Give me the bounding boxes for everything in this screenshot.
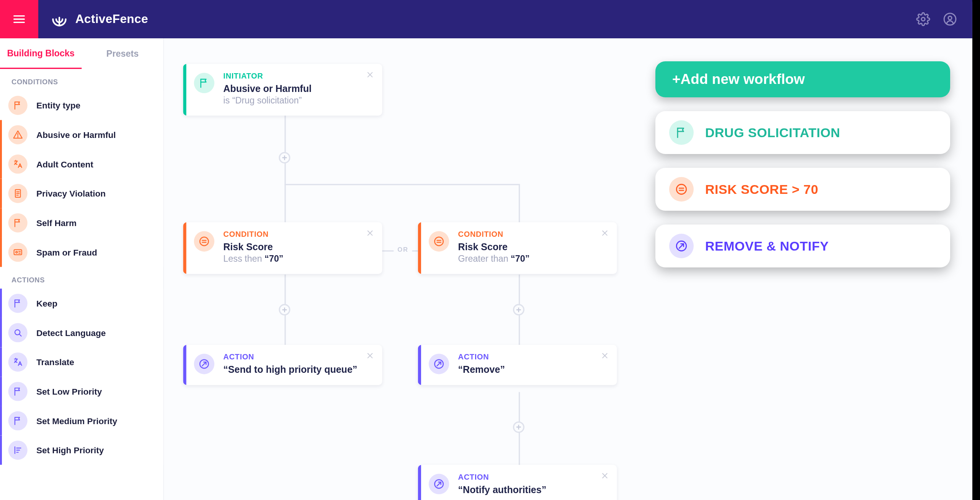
- close-node-button[interactable]: [600, 229, 613, 241]
- id-icon: [8, 243, 28, 262]
- search-icon: [8, 323, 28, 342]
- block-label: Keep: [36, 298, 57, 308]
- node-kind: ACTION: [458, 352, 611, 361]
- settings-button[interactable]: [910, 6, 937, 33]
- node-action-remove[interactable]: ACTION “Remove”: [418, 345, 617, 385]
- svg-point-4: [921, 17, 925, 21]
- block-label: Abusive or Harmful: [36, 130, 116, 139]
- or-label: OR: [394, 246, 412, 253]
- add-node-button[interactable]: +: [513, 304, 524, 315]
- translate-icon: [8, 154, 28, 174]
- svg-point-30: [434, 237, 443, 246]
- node-desc: is “Drug solicitation”: [223, 95, 376, 105]
- block-label: Entity type: [36, 100, 80, 110]
- summary-card-drug-solicitation[interactable]: DRUG SOLICITATION: [655, 111, 950, 154]
- group-label-actions: ACTIONS: [0, 267, 163, 289]
- node-desc: Less then “70”: [223, 254, 376, 264]
- block-label: Self Harm: [36, 218, 77, 228]
- summary-card-remove-notify[interactable]: REMOVE & NOTIFY: [655, 225, 950, 267]
- node-action-high-priority-queue[interactable]: ACTION “Send to high priority queue”: [183, 345, 382, 385]
- menu-button[interactable]: [0, 0, 38, 38]
- flag-icon: [194, 73, 214, 93]
- block-label: Set Low Priority: [36, 387, 102, 396]
- add-node-button[interactable]: +: [279, 152, 290, 164]
- close-node-button[interactable]: [366, 229, 378, 241]
- warning-icon: [8, 125, 28, 144]
- close-node-button[interactable]: [366, 70, 378, 83]
- node-text: “Send to high priority queue”: [223, 364, 376, 375]
- flag-icon: [8, 213, 28, 233]
- block-set-medium-priority[interactable]: Set Medium Priority: [0, 406, 163, 436]
- block-detect-language[interactable]: Detect Language: [0, 318, 163, 348]
- priority-icon: [8, 441, 28, 460]
- summary-panel: +Add new workflow DRUG SOLICITATION RISK…: [655, 61, 950, 267]
- brand-logo-icon: [50, 10, 69, 29]
- block-entity-type[interactable]: Entity type: [0, 91, 163, 120]
- svg-point-14: [16, 251, 17, 253]
- svg-line-40: [437, 362, 441, 366]
- node-kind: ACTION: [458, 472, 611, 481]
- menu-icon: [11, 11, 27, 27]
- node-text: “Notify authorities”: [458, 484, 611, 495]
- svg-point-47: [676, 184, 686, 194]
- node-title: Risk Score: [458, 241, 611, 252]
- equals-icon: [194, 231, 214, 251]
- block-label: Set Medium Priority: [36, 416, 117, 426]
- node-kind: ACTION: [223, 352, 376, 361]
- connector: [519, 184, 520, 222]
- flag-icon: [8, 96, 28, 115]
- group-label-conditions: CONDITIONS: [0, 69, 163, 91]
- account-button[interactable]: [937, 6, 964, 33]
- flag-icon: [8, 411, 28, 430]
- summary-card-label: RISK SCORE > 70: [705, 182, 818, 197]
- svg-line-44: [437, 482, 441, 486]
- block-abusive-harmful[interactable]: Abusive or Harmful: [0, 120, 163, 149]
- translate-icon: [8, 352, 28, 372]
- node-condition-risk-low[interactable]: CONDITION Risk Score Less then “70”: [183, 222, 382, 274]
- brand-name: ActiveFence: [75, 12, 148, 26]
- svg-line-18: [20, 334, 21, 336]
- node-desc: Greater than “70”: [458, 254, 611, 264]
- block-adult-content[interactable]: Adult Content: [0, 149, 163, 179]
- document-icon: [8, 184, 28, 203]
- node-condition-risk-high[interactable]: CONDITION Risk Score Greater than “70”: [418, 222, 617, 274]
- sidebar: Building Blocks Presets CONDITIONS Entit…: [0, 38, 164, 500]
- flag-icon: [8, 294, 28, 313]
- equals-icon: [669, 177, 694, 202]
- block-label: Translate: [36, 357, 74, 367]
- block-label: Adult Content: [36, 159, 93, 169]
- arrow-icon: [669, 234, 694, 258]
- node-initiator[interactable]: INITIATOR Abusive or Harmful is “Drug so…: [183, 64, 382, 116]
- block-privacy-violation[interactable]: Privacy Violation: [0, 179, 163, 208]
- close-node-button[interactable]: [366, 351, 378, 364]
- block-label: Privacy Violation: [36, 189, 106, 198]
- summary-card-label: REMOVE & NOTIFY: [705, 239, 829, 254]
- close-node-button[interactable]: [600, 351, 613, 364]
- brand: ActiveFence: [50, 10, 148, 29]
- block-label: Detect Language: [36, 328, 106, 338]
- tab-building-blocks[interactable]: Building Blocks: [0, 38, 82, 69]
- node-title: Risk Score: [223, 241, 376, 252]
- add-workflow-button[interactable]: +Add new workflow: [655, 61, 950, 97]
- flag-icon: [8, 382, 28, 401]
- add-node-button[interactable]: +: [279, 304, 290, 315]
- node-action-notify-authorities[interactable]: ACTION “Notify authorities”: [418, 465, 617, 500]
- equals-icon: [429, 231, 449, 251]
- block-set-low-priority[interactable]: Set Low Priority: [0, 377, 163, 406]
- block-translate[interactable]: Translate: [0, 348, 163, 377]
- tab-presets[interactable]: Presets: [82, 38, 163, 69]
- connector: [284, 184, 286, 222]
- block-keep[interactable]: Keep: [0, 289, 163, 318]
- close-node-button[interactable]: [600, 471, 613, 484]
- node-kind: CONDITION: [458, 230, 611, 239]
- summary-card-risk-score[interactable]: RISK SCORE > 70: [655, 168, 950, 211]
- add-node-button[interactable]: +: [513, 421, 524, 433]
- summary-card-label: DRUG SOLICITATION: [705, 125, 840, 140]
- block-spam-fraud[interactable]: Spam or Fraud: [0, 238, 163, 267]
- block-set-high-priority[interactable]: Set High Priority: [0, 436, 163, 465]
- node-text: “Remove”: [458, 364, 611, 375]
- block-self-harm[interactable]: Self Harm: [0, 208, 163, 238]
- node-title: Abusive or Harmful: [223, 83, 376, 94]
- connector: [284, 184, 519, 185]
- svg-line-51: [679, 244, 683, 248]
